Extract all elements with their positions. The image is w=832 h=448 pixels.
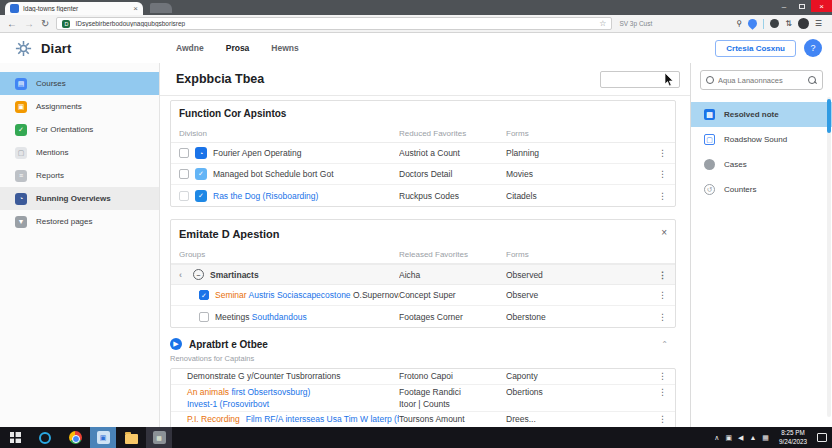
app-logo[interactable]: Diart bbox=[0, 39, 160, 58]
row-name[interactable]: An animals first Obsertsovsburg) Invest-… bbox=[187, 387, 310, 409]
taskbar-app-chrome[interactable] bbox=[60, 427, 90, 448]
sync-arrows-icon[interactable]: ⇅ bbox=[785, 19, 792, 28]
column-header-released[interactable]: Released Favorites bbox=[399, 250, 506, 259]
sidebar-item-courses[interactable]: ▤ Courses bbox=[0, 72, 159, 95]
search-icon[interactable] bbox=[808, 76, 817, 85]
panel-item-resolved[interactable]: ▤ Resolved note bbox=[691, 102, 832, 127]
address-bar[interactable]: D IDsysebirberbodouynagqubgsborisrep ☆ bbox=[56, 17, 612, 30]
column-header-division[interactable]: Division bbox=[179, 129, 399, 138]
tab-close-icon[interactable]: × bbox=[133, 4, 138, 13]
tray-network-icon[interactable]: ▲ bbox=[749, 434, 756, 441]
taskbar-app-explorer[interactable] bbox=[116, 427, 146, 448]
start-button[interactable] bbox=[0, 427, 30, 448]
panel-item-cases[interactable]: Cases bbox=[691, 152, 832, 177]
panel-search-input[interactable] bbox=[718, 76, 804, 85]
browser-menu-icon[interactable]: ☰ bbox=[815, 19, 822, 28]
sidebar-item-overviews[interactable]: ◔ Running Overviews bbox=[0, 187, 159, 210]
create-button[interactable]: Crtesia Cosxnu bbox=[715, 40, 796, 57]
panel-scrollbar-thumb[interactable] bbox=[827, 99, 831, 133]
column-header-forms[interactable]: Forms bbox=[506, 129, 653, 138]
table-row[interactable]: Demonstrate G y/Counter Tusbrorrations F… bbox=[171, 369, 675, 385]
browser-profile-avatar[interactable] bbox=[798, 18, 809, 29]
row-menu-icon[interactable]: ⋮ bbox=[653, 290, 667, 300]
row-name[interactable]: P.I. Recording Film RF/A intersseas Usa … bbox=[179, 414, 399, 424]
panel-search-box[interactable] bbox=[700, 70, 823, 90]
row-menu-icon[interactable]: ⋮ bbox=[653, 371, 667, 381]
sidebar-item-orientations[interactable]: ✓ For Orientations bbox=[0, 118, 159, 141]
row-menu-icon[interactable]: ⋮ bbox=[653, 312, 667, 322]
notification-center-icon[interactable] bbox=[817, 433, 827, 442]
row-menu-icon[interactable]: ⋮ bbox=[653, 414, 667, 424]
row-name-link[interactable]: Film RF/A intersseas Usa Tim W laterp (f… bbox=[246, 414, 399, 424]
table-row[interactable]: Meetings Southdandous Footages Corner Ob… bbox=[171, 306, 675, 327]
tray-status-icon[interactable]: ▣ bbox=[725, 434, 732, 441]
browser-tab[interactable]: Idag-towns figenter × bbox=[5, 2, 143, 15]
reload-button[interactable]: ↻ bbox=[41, 19, 49, 29]
column-header-forms[interactable]: Forms bbox=[506, 250, 653, 259]
section2-close-icon[interactable]: × bbox=[661, 227, 667, 238]
row-name-link[interactable]: Southdandous bbox=[252, 312, 307, 322]
row-name-link[interactable]: first Obsertsovsburg) bbox=[231, 387, 310, 397]
row-menu-icon[interactable]: ⋮ bbox=[653, 169, 667, 179]
expand-caret-icon[interactable]: ‹ bbox=[179, 270, 187, 280]
window-close-button[interactable]: × bbox=[811, 0, 832, 12]
row-checkbox[interactable] bbox=[179, 169, 189, 179]
taskbar-app-media-active[interactable]: ▣ bbox=[90, 427, 116, 448]
sidebar-item-restored[interactable]: ▼ Restored pages bbox=[0, 210, 159, 233]
tray-language-icon[interactable]: ▦ bbox=[762, 434, 769, 441]
table-row[interactable]: An animals first Obsertsovsburg) Invest-… bbox=[171, 385, 675, 412]
top-nav-item-2[interactable]: Prosa bbox=[226, 43, 250, 53]
row-menu-icon[interactable]: ⋮ bbox=[653, 270, 667, 280]
group-row[interactable]: ‹ – Smartinacts Aicha Observed ⋮ bbox=[171, 264, 675, 285]
sidebar-item-mentions[interactable]: ▢ Mentions bbox=[0, 141, 159, 164]
row-menu-icon[interactable]: ⋮ bbox=[653, 191, 667, 201]
table-row[interactable]: ✓ Ras the Dog (Risoboarding) Ruckpus Cod… bbox=[171, 185, 675, 206]
window-minimize-button[interactable]: – bbox=[775, 0, 793, 12]
back-button[interactable]: ← bbox=[7, 19, 17, 29]
bookmark-star-icon[interactable]: ☆ bbox=[599, 19, 606, 28]
column-header-groups[interactable]: Groups bbox=[179, 250, 399, 259]
top-nav-item-3[interactable]: Hewns bbox=[271, 43, 298, 53]
table-row[interactable]: ✓ Seminar Austris Sociascapecostone O.Su… bbox=[171, 285, 675, 306]
row-menu-icon[interactable]: ⋮ bbox=[653, 148, 667, 158]
forward-button[interactable]: → bbox=[24, 19, 34, 29]
top-nav-item-1[interactable]: Awdne bbox=[176, 43, 204, 53]
extension-runner-icon[interactable]: ⚲ bbox=[736, 19, 742, 28]
sidebar-item-reports[interactable]: ≡ Reports bbox=[0, 164, 159, 187]
sidebar-item-assignments[interactable]: ▣ Assignments bbox=[0, 95, 159, 118]
table-row[interactable]: ✓ Managed bot Schedule bort Got Doctors … bbox=[171, 164, 675, 185]
row-name-link[interactable]: Austris Sociascapecostone bbox=[249, 290, 351, 300]
section3-expand-icon[interactable]: ⌃ bbox=[661, 340, 668, 349]
row-checkbox[interactable] bbox=[179, 191, 189, 201]
panel-item-roadshow[interactable]: ▢ Roadshow Sound bbox=[691, 127, 832, 152]
url-text[interactable]: IDsysebirberbodouynagqubgsborisrep bbox=[75, 20, 594, 27]
section3-header[interactable]: ▶ Apratbrt e Otbee ⌃ bbox=[160, 328, 690, 350]
site-badge-icon[interactable]: D bbox=[62, 20, 70, 28]
tray-volume-icon[interactable]: ◀ bbox=[738, 434, 743, 441]
extension-circle-icon[interactable] bbox=[770, 19, 779, 28]
row-checkbox[interactable] bbox=[179, 148, 189, 158]
row-checkbox-checked[interactable]: ✓ bbox=[199, 290, 209, 300]
row-name[interactable]: Demonstrate G y/Counter Tusbrorrations bbox=[179, 371, 399, 381]
column-header-reduced[interactable]: Reduced Favorites bbox=[399, 129, 506, 138]
table-row[interactable]: ◔ Fourier Apen Operating Austriot a Coun… bbox=[171, 143, 675, 164]
panel-item-counters[interactable]: ↺ Counters bbox=[691, 177, 832, 202]
extension-pin-icon[interactable] bbox=[746, 17, 759, 30]
table-row[interactable]: P.I. Recording Film RF/A intersseas Usa … bbox=[171, 412, 675, 427]
window-maximize-button[interactable] bbox=[793, 0, 811, 12]
row-name-link[interactable]: Ras the Dog (Risoboarding) bbox=[213, 191, 318, 201]
taskbar-clock[interactable]: 8:25 PM 9/24/2023 bbox=[775, 429, 811, 445]
row-menu-icon[interactable]: ⋮ bbox=[653, 387, 667, 397]
row-name[interactable]: Managed bot Schedule bort Got bbox=[213, 169, 334, 179]
group-name[interactable]: Smartinacts bbox=[210, 270, 259, 280]
user-avatar[interactable]: ? bbox=[804, 39, 822, 57]
taskbar-app-photos[interactable]: ▩ bbox=[146, 427, 172, 448]
row-name[interactable]: Seminar Austris Sociascapecostone O.Supe… bbox=[215, 290, 399, 300]
row-name[interactable]: Fourier Apen Operating bbox=[213, 148, 301, 158]
row-name[interactable]: Meetings Southdandous bbox=[215, 312, 307, 322]
tray-chevron-up-icon[interactable]: ∧ bbox=[714, 434, 719, 441]
row-name-link[interactable]: Invest-1 (Frosovirbovt bbox=[187, 399, 310, 410]
panel-scrollbar[interactable] bbox=[827, 97, 831, 417]
taskbar-app-browser[interactable] bbox=[30, 427, 60, 448]
new-tab-button[interactable] bbox=[150, 3, 172, 13]
